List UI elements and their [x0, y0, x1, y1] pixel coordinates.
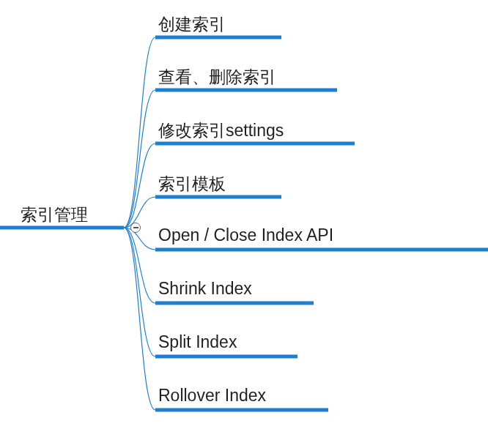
- child-label: Open / Close Index API: [158, 225, 333, 244]
- collapse-icon[interactable]: [130, 223, 141, 233]
- child-label: 创建索引: [158, 15, 226, 34]
- child-label: Rollover Index: [158, 386, 266, 405]
- child-node-5: Shrink Index: [158, 279, 252, 299]
- child-node-7: Rollover Index: [158, 386, 266, 406]
- child-node-6: Split Index: [158, 332, 237, 352]
- child-node-3: 索引模板: [158, 173, 226, 195]
- child-node-1: 查看、删除索引: [158, 66, 276, 89]
- child-label: 修改索引settings: [158, 121, 284, 140]
- child-label: 索引模板: [158, 174, 226, 193]
- root-node: 索引管理: [21, 204, 88, 226]
- child-label: 查看、删除索引: [158, 67, 276, 86]
- child-label: Split Index: [158, 332, 237, 351]
- child-node-2: 修改索引settings: [158, 119, 284, 142]
- child-node-0: 创建索引: [158, 13, 226, 36]
- child-label: Shrink Index: [158, 279, 252, 298]
- root-label: 索引管理: [21, 205, 88, 224]
- child-node-4: Open / Close Index API: [158, 225, 333, 245]
